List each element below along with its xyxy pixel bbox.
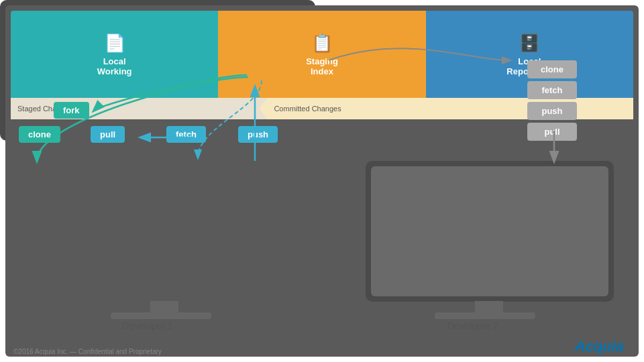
fork-badge: fork [54, 102, 89, 119]
dev2-stand [475, 301, 503, 313]
working-icon: 📄 [104, 33, 125, 54]
right-fetch-badge: fetch [527, 81, 577, 99]
staging-icon: 📋 [311, 33, 333, 54]
staged-changes: Staged Changes [11, 98, 259, 119]
pull-badge: pull [91, 126, 125, 143]
staging-section: 📋 Staging Index [218, 11, 425, 98]
dev2-monitor [366, 161, 614, 302]
right-push-badge: push [527, 102, 577, 120]
dev1-monitor: 📄 Local Working 📋 Staging Index 🗄️ Local… [0, 0, 315, 141]
repo-icon: 🗄️ [519, 33, 540, 54]
fetch-badge: fetch [166, 126, 206, 143]
acquia-logo: Acquia [575, 338, 624, 355]
dev2-base [435, 312, 535, 319]
clone-badge: clone [19, 126, 60, 143]
staging-label: Staging [306, 56, 338, 66]
dev1-base [111, 312, 211, 319]
local-working-label: Local [103, 56, 126, 66]
right-badges: clone fetch push pull [527, 60, 577, 141]
push-badge: push [238, 126, 278, 143]
local-working-section: 📄 Local Working [11, 11, 218, 98]
right-clone-badge: clone [527, 60, 577, 78]
dev1-label: Developer 1 [57, 320, 238, 331]
dev2-label: Developer 2 [382, 320, 564, 331]
local-working-label2: Working [97, 66, 132, 76]
dev2-screen [371, 166, 608, 296]
dev1-stand [150, 301, 178, 313]
right-pull-badge: pull [527, 123, 577, 141]
committed-changes: Committed Changes [259, 98, 633, 119]
staging-label2: Index [311, 66, 333, 76]
footer-copyright: ©2016 Acquia Inc. — Confidential and Pro… [13, 348, 162, 355]
committed-changes-label: Committed Changes [274, 105, 341, 113]
